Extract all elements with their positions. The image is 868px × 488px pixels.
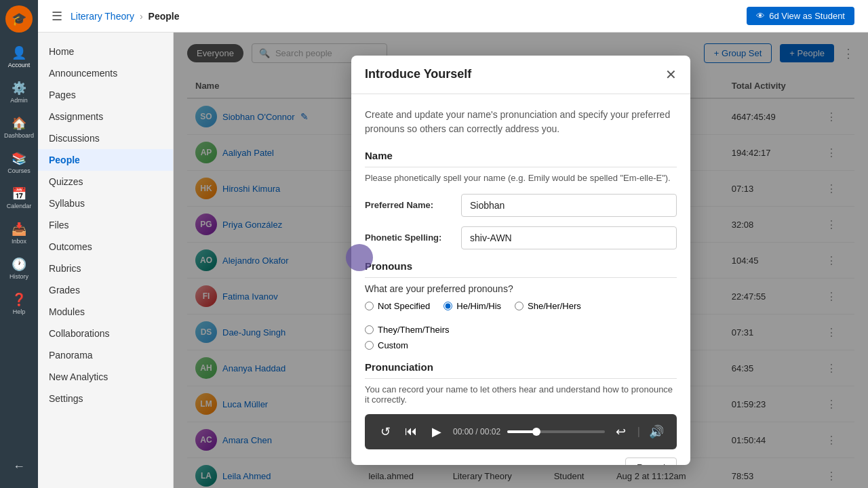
sidebar-item-panorama[interactable]: Panorama xyxy=(38,344,173,366)
sidebar-item-outcomes[interactable]: Outcomes xyxy=(38,236,173,258)
pronoun-options: Not Specified He/Him/His She/Her/Hers xyxy=(365,301,677,335)
pronoun-radio-he-him-his[interactable] xyxy=(443,302,452,310)
pronunciation-section-title: Pronunciation xyxy=(365,361,677,379)
record-button[interactable]: Record xyxy=(625,458,677,466)
sidebar-item-admin[interactable]: ⚙️ Admin xyxy=(3,76,35,108)
pronoun-they-them-theirs-label: They/Them/Theirs xyxy=(378,325,449,335)
preferred-name-label: Preferred Name: xyxy=(365,200,453,210)
icon-bar: 🎓 👤 Account ⚙️ Admin 🏠 Dashboard 📚 Cours… xyxy=(0,0,38,488)
pronoun-she-her-hers-label: She/Her/Hers xyxy=(528,301,581,311)
back-icon: ← xyxy=(13,460,25,474)
audio-player: ↺ ⏮ ▶ 00:00 / 00:02 ↩ | xyxy=(365,414,677,449)
sidebar-item-pages[interactable]: Pages xyxy=(38,84,173,106)
sidebar-item-collaborations[interactable]: Collaborations xyxy=(38,323,173,344)
modal-overlay[interactable]: Introduce Yourself ✕ Create and update y… xyxy=(174,33,868,488)
record-button-row: Record xyxy=(365,458,677,466)
sidebar-item-inbox[interactable]: 📥 Inbox xyxy=(3,217,35,249)
sidebar-item-new-analytics[interactable]: New Analytics xyxy=(38,366,173,388)
audio-skip-back-button[interactable]: ↺ xyxy=(376,422,395,441)
dashboard-icon: 🏠 xyxy=(12,116,26,131)
sidebar-item-grades[interactable]: Grades xyxy=(38,279,173,301)
breadcrumb: Literary Theory › People xyxy=(71,11,179,22)
pronouns-question: What are your preferred pronouns? xyxy=(365,283,677,294)
name-section-title: Name xyxy=(365,150,677,167)
breadcrumb-current: People xyxy=(149,11,180,22)
course-sidebar: Home Announcements Pages Assignments Dis… xyxy=(38,33,174,488)
sidebar-item-quizzes[interactable]: Quizzes xyxy=(38,171,173,192)
preferred-name-row: Preferred Name: xyxy=(365,194,677,217)
audio-separator: | xyxy=(637,426,640,438)
view-as-student-button[interactable]: 👁 6d View as Student xyxy=(747,7,854,25)
pronouns-section: What are your preferred pronouns? Not Sp… xyxy=(365,283,677,350)
phonetic-spelling-input[interactable] xyxy=(461,226,677,249)
pronoun-he-him-his[interactable]: He/Him/His xyxy=(443,301,501,311)
breadcrumb-course[interactable]: Literary Theory xyxy=(71,11,134,22)
pronoun-not-specified-label: Not Specified xyxy=(378,301,430,311)
audio-progress-fill xyxy=(507,430,536,433)
pronoun-he-him-his-label: He/Him/His xyxy=(456,301,501,311)
pronoun-not-specified[interactable]: Not Specified xyxy=(365,301,430,311)
sidebar-item-files[interactable]: Files xyxy=(38,214,173,236)
courses-icon: 📚 xyxy=(12,151,26,166)
sidebar-item-announcements[interactable]: Announcements xyxy=(38,62,173,84)
sidebar-item-courses[interactable]: 📚 Courses xyxy=(3,146,35,179)
pronoun-radio-custom[interactable] xyxy=(365,341,374,350)
sidebar-item-account[interactable]: 👤 Account xyxy=(3,41,35,73)
pronoun-she-her-hers[interactable]: She/Her/Hers xyxy=(515,301,581,311)
modal-body: Create and update your name's pronunciat… xyxy=(351,94,690,466)
audio-play-button[interactable]: ▶ xyxy=(427,422,446,441)
top-bar: ☰ Literary Theory › People 👁 6d View as … xyxy=(38,0,868,33)
calendar-icon: 📅 xyxy=(12,186,26,201)
pronoun-radio-they-them-theirs[interactable] xyxy=(365,325,374,334)
help-icon: ❓ xyxy=(12,292,26,307)
pronouns-section-title: Pronouns xyxy=(365,260,677,278)
history-icon: 🕐 xyxy=(12,257,26,272)
app-logo[interactable]: 🎓 xyxy=(5,5,33,33)
sidebar-item-home[interactable]: Home xyxy=(38,41,173,62)
audio-rewind-button[interactable]: ↩ xyxy=(612,422,631,441)
phonetic-spelling-label: Phonetic Spelling: xyxy=(365,232,453,243)
sidebar-item-dashboard[interactable]: 🏠 Dashboard xyxy=(3,111,35,144)
name-instruction: Please phonetically spell your name (e.g… xyxy=(365,173,677,183)
audio-progress-bar[interactable] xyxy=(507,430,605,433)
admin-icon: ⚙️ xyxy=(12,81,26,96)
sidebar-item-discussions[interactable]: Discussions xyxy=(38,127,173,149)
preferred-name-input[interactable] xyxy=(461,194,677,217)
pronoun-custom-label: Custom xyxy=(378,340,408,350)
pronunciation-description: You can record your name to let others h… xyxy=(365,384,677,405)
modal-close-button[interactable]: ✕ xyxy=(665,66,677,83)
sidebar-item-people[interactable]: People xyxy=(38,149,173,171)
audio-prev-button[interactable]: ⏮ xyxy=(401,422,420,441)
sidebar-item-history[interactable]: 🕐 History xyxy=(3,252,35,285)
modal-description: Create and update your name's pronunciat… xyxy=(365,108,677,136)
pronoun-they-them-theirs[interactable]: They/Them/Theirs xyxy=(365,325,449,335)
pronoun-radio-she-her-hers[interactable] xyxy=(515,302,524,310)
audio-progress-thumb xyxy=(532,428,540,436)
introduce-yourself-modal: Introduce Yourself ✕ Create and update y… xyxy=(351,56,690,466)
modal-title: Introduce Yourself xyxy=(365,67,471,81)
sidebar-item-syllabus[interactable]: Syllabus xyxy=(38,192,173,214)
audio-volume-button[interactable]: 🔊 xyxy=(647,422,666,441)
pronoun-custom[interactable]: Custom xyxy=(365,340,677,350)
hamburger-menu[interactable]: ☰ xyxy=(52,9,62,24)
eye-icon: 👁 xyxy=(756,11,765,21)
sidebar-item-calendar[interactable]: 📅 Calendar xyxy=(3,182,35,214)
sidebar-item-help[interactable]: ❓ Help xyxy=(3,287,35,320)
phonetic-spelling-row: Phonetic Spelling: xyxy=(365,226,677,249)
sidebar-item-rubrics[interactable]: Rubrics xyxy=(38,258,173,279)
back-button[interactable]: ← xyxy=(3,450,35,483)
pronoun-radio-not-specified[interactable] xyxy=(365,302,374,310)
sidebar-item-modules[interactable]: Modules xyxy=(38,301,173,323)
inbox-icon: 📥 xyxy=(12,222,26,237)
sidebar-item-settings[interactable]: Settings xyxy=(38,388,173,409)
modal-header: Introduce Yourself ✕ xyxy=(351,56,690,94)
audio-time: 00:00 / 00:02 xyxy=(453,427,500,436)
breadcrumb-separator: › xyxy=(140,11,143,22)
account-icon: 👤 xyxy=(12,45,26,60)
main-content: Everyone 🔍 Search people + Group Set + P… xyxy=(174,33,868,488)
sidebar-item-assignments[interactable]: Assignments xyxy=(38,106,173,127)
pronunciation-section: Pronunciation You can record your name t… xyxy=(365,361,677,466)
